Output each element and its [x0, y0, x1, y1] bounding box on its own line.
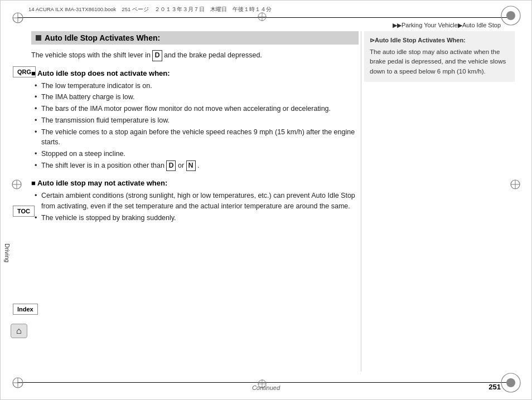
section-header-icon	[36, 35, 41, 41]
breadcrumb-text: ▶▶Parking Your Vehicle▶Auto Idle Stop	[393, 22, 501, 29]
subsection2-title: ■ Auto idle stop may not activate when:	[31, 179, 359, 187]
list-item: The low temperature indicator is on.	[35, 81, 359, 91]
list-item: Certain ambient conditions (strong sunli…	[35, 191, 359, 212]
bottom-right-deco-circle	[500, 372, 521, 395]
list-item-period: .	[197, 162, 199, 169]
breadcrumb: ▶▶Parking Your Vehicle▶Auto Idle Stop	[393, 22, 501, 29]
left-mid-crosshair	[11, 179, 22, 192]
gear-n-box: N	[186, 160, 196, 172]
top-center-crosshair	[257, 12, 267, 23]
list-item: The transmission fluid temperature is lo…	[35, 115, 359, 126]
list-item-gears: The shift lever is in a position other t…	[35, 160, 359, 172]
sidebar-note-title: ⊳Auto Idle Stop Activates When:	[370, 37, 509, 44]
sidebar-right: ⊳Auto Idle Stop Activates When: The auto…	[364, 31, 515, 372]
bottom-left-crosshair	[12, 377, 24, 391]
subsection2-list: Certain ambient conditions (strong sunli…	[31, 191, 359, 223]
gear-d-box: D	[152, 50, 162, 61]
subsection2-label: ■ Auto idle stop may not activate when:	[31, 179, 167, 187]
home-button[interactable]: ⌂	[11, 324, 27, 338]
svg-point-4	[506, 11, 515, 20]
intro-text-before: The vehicle stops with the shift lever i…	[31, 51, 151, 59]
sidebar-note-text: The auto idle stop may also activate whe…	[370, 47, 509, 76]
page-number: 251	[489, 383, 501, 391]
list-item: Stopped on a steep incline.	[35, 149, 359, 159]
list-item-or: or	[178, 162, 186, 169]
intro-paragraph: The vehicle stops with the shift lever i…	[31, 50, 359, 61]
page-container: 14 ACURA ILX IMA-31TX86100.book 251 ページ …	[0, 0, 532, 400]
sidebar-note: ⊳Auto Idle Stop Activates When: The auto…	[364, 31, 515, 82]
subsection1-title: ■ Auto idle stop does not activate when:	[31, 69, 359, 77]
right-mid-crosshair	[510, 179, 521, 192]
main-content: Auto Idle Stop Activates When: The vehic…	[31, 31, 359, 372]
subsection1-list: The low temperature indicator is on. The…	[31, 81, 359, 172]
intro-text-after: and the brake pedal depressed.	[164, 51, 262, 59]
list-item: The IMA battery charge is low.	[35, 92, 359, 103]
top-left-crosshair	[12, 12, 24, 26]
list-item: The vehicle is stopped by braking sudden…	[35, 213, 359, 223]
section-title: Auto Idle Stop Activates When:	[45, 33, 160, 42]
gear-d-box2: D	[166, 160, 176, 172]
continued-label: Continued	[252, 384, 280, 391]
list-item: The bars of the IMA motor power flow mon…	[35, 104, 359, 114]
vertical-divider	[361, 31, 361, 372]
list-item-gear-text: The shift lever is in a position other t…	[41, 162, 165, 169]
driving-label: Driving	[4, 243, 11, 262]
file-info: 14 ACURA ILX IMA-31TX86100.book 251 ページ …	[28, 6, 272, 13]
subsection1-label: ■ Auto idle stop does not activate when:	[31, 69, 170, 77]
top-right-deco-circle	[500, 5, 521, 28]
svg-point-15	[506, 378, 515, 387]
section-header: Auto Idle Stop Activates When:	[31, 31, 359, 45]
list-item: The vehicle comes to a stop again before…	[35, 127, 359, 148]
